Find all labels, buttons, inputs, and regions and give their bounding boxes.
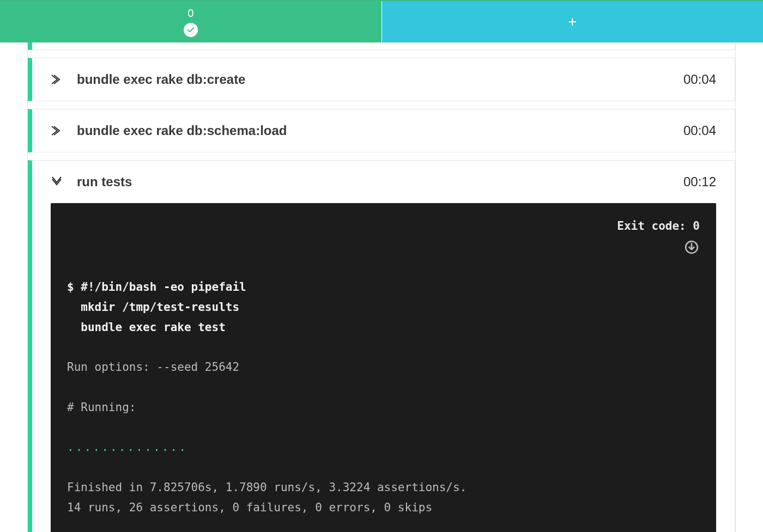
job-tab-0-label: 0 [187,7,193,20]
step-title: bundle exec rake db:create [77,72,683,87]
step-row: bundle exec rake db:schema:load 00:04 [28,109,735,152]
job-tab-0-status [184,23,198,37]
step-row: run tests 00:12 Exit code: 0 $ #!/bin/ba… [28,160,735,532]
output-line: # Running: [67,401,136,414]
cmd-line-3: bundle exec rake test [81,321,226,334]
plus-icon: + [568,14,577,29]
cmd-line-1: #!/bin/bash -eo pipefail [81,280,246,293]
exit-code-label: Exit code: 0 [617,216,700,236]
output-line: Run options: --seed 25642 [67,360,239,374]
download-log-button[interactable] [683,239,700,255]
step-header[interactable]: bundle exec rake db:schema:load 00:04 [32,109,735,152]
step-header[interactable]: bundle exec rake db:create 00:04 [32,58,735,101]
steps-panel-inner: bundle exec rake db:create 00:04 bundle … [27,42,736,532]
chevron-right-icon [49,123,65,139]
step-title: bundle exec rake db:schema:load [77,123,683,138]
terminal-output: Exit code: 0 $ #!/bin/bash -eo pipefail … [51,203,716,532]
success-check-icon [184,23,198,37]
job-tab-0[interactable]: 0 [0,1,382,42]
previous-step-stub [28,42,735,50]
prompt-symbol: $ [67,280,81,293]
output-line: Finished in 7.825706s, 1.7890 runs/s, 3.… [67,481,467,494]
step-duration: 00:04 [683,72,716,87]
test-progress-dots: .............. [67,441,187,454]
output-summary-line: 14 runs, 26 assertions, 0 failures, 0 er… [67,501,432,514]
step-duration: 00:04 [683,123,716,138]
chevron-down-icon [49,174,65,190]
step-header[interactable]: run tests 00:12 [32,161,735,203]
step-row: bundle exec rake db:create 00:04 [28,58,735,101]
steps-panel: bundle exec rake db:create 00:04 bundle … [0,42,763,532]
job-tab-bar: 0 + [0,0,763,42]
chevron-right-icon [49,71,65,88]
step-duration: 00:12 [683,174,716,189]
cmd-line-2: mkdir /tmp/test-results [81,301,239,314]
add-job-tab[interactable]: + [382,1,764,42]
step-title: run tests [77,174,683,189]
